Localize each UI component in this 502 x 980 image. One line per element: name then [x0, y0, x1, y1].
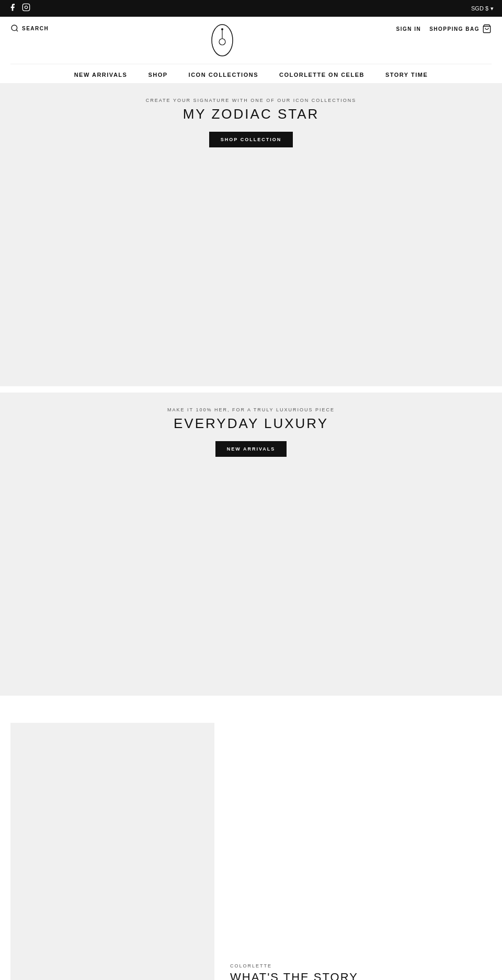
sign-in-link[interactable]: SIGN IN — [396, 26, 421, 32]
facebook-icon[interactable] — [8, 3, 17, 14]
hero2-title: EVERYDAY LUXURY — [174, 416, 328, 432]
main-nav: NEW ARRIVALS SHOP ICON COLLECTIONS COLOR… — [10, 64, 492, 83]
nav-item-colorlette-on-celeb[interactable]: COLORLETTE ON CELEB — [279, 72, 364, 78]
story-headline: WHAT'S THE STORY — [230, 971, 358, 980]
nav-item-story-time[interactable]: STORY TIME — [385, 72, 428, 78]
hero1-subtitle: CREATE YOUR SIGNATURE WITH ONE OF OUR IC… — [146, 98, 357, 103]
logo-area[interactable] — [49, 22, 396, 59]
svg-point-6 — [221, 28, 223, 30]
bag-icon — [482, 24, 492, 33]
nav-item-icon-collections[interactable]: ICON COLLECTIONS — [189, 72, 258, 78]
header-account: SIGN IN SHOPPING BAG — [396, 22, 492, 33]
story-section: COLORLETTE WHAT'S THE STORY — [0, 702, 502, 980]
hero1-cta-button[interactable]: SHOP COLLECTION — [209, 132, 293, 147]
svg-point-5 — [219, 39, 225, 45]
social-links — [8, 3, 30, 14]
hero-section-2: MAKE IT 100% HER, FOR A TRULY LUXURIOUS … — [0, 393, 502, 696]
shopping-bag-button[interactable]: SHOPPING BAG — [429, 24, 492, 33]
hero-section-1: CREATE YOUR SIGNATURE WITH ONE OF OUR IC… — [0, 83, 502, 386]
search-button[interactable]: SEARCH — [10, 22, 49, 32]
hero2-cta-button[interactable]: NEW ARRIVALS — [215, 441, 287, 457]
svg-line-3 — [16, 30, 18, 31]
story-text: COLORLETTE WHAT'S THE STORY — [214, 723, 374, 980]
currency-label: SGD $ — [471, 5, 488, 11]
currency-selector[interactable]: SGD $ ▾ — [471, 5, 494, 12]
svg-rect-0 — [22, 4, 29, 10]
search-icon — [10, 24, 19, 32]
story-brand: COLORLETTE — [230, 963, 358, 969]
logo[interactable] — [204, 22, 241, 59]
bag-label: SHOPPING BAG — [429, 26, 480, 32]
top-bar: SGD $ ▾ — [0, 0, 502, 17]
header-top: SEARCH SIGN IN SHOPPING BAG — [10, 22, 492, 59]
hero2-subtitle: MAKE IT 100% HER, FOR A TRULY LUXURIOUS … — [167, 407, 335, 412]
search-label: SEARCH — [22, 26, 49, 31]
hero1-title: MY ZODIAC STAR — [183, 106, 320, 122]
instagram-icon[interactable] — [22, 3, 30, 14]
svg-point-2 — [12, 25, 17, 31]
nav-item-new-arrivals[interactable]: NEW ARRIVALS — [74, 72, 128, 78]
chevron-down-icon: ▾ — [490, 5, 494, 12]
story-image — [10, 723, 214, 980]
nav-item-shop[interactable]: SHOP — [148, 72, 167, 78]
header: SEARCH SIGN IN SHOPPING BAG — [0, 17, 502, 83]
